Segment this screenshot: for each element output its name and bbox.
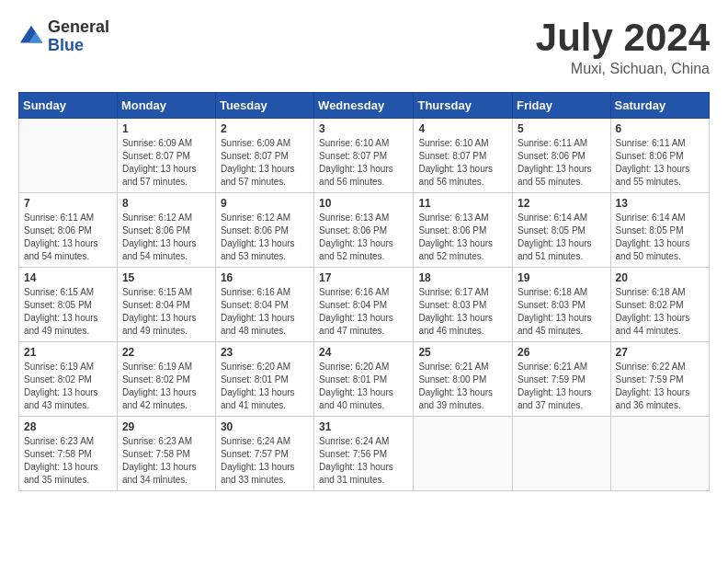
calendar-header-wednesday: Wednesday (314, 93, 414, 119)
day-info: Sunrise: 6:24 AMSunset: 7:56 PMDaylight:… (319, 435, 408, 487)
day-info: Sunrise: 6:14 AMSunset: 8:05 PMDaylight:… (616, 212, 704, 263)
calendar-cell: 23Sunrise: 6:20 AMSunset: 8:01 PMDayligh… (215, 342, 313, 417)
day-number: 22 (122, 346, 210, 359)
day-number: 9 (221, 197, 309, 210)
day-info: Sunrise: 6:23 AMSunset: 7:58 PMDaylight:… (24, 435, 112, 487)
logo-general-text: General (48, 18, 109, 37)
day-info: Sunrise: 6:20 AMSunset: 8:01 PMDaylight:… (221, 361, 309, 412)
calendar-cell: 25Sunrise: 6:21 AMSunset: 8:00 PMDayligh… (414, 342, 513, 417)
calendar-week-row: 28Sunrise: 6:23 AMSunset: 7:58 PMDayligh… (19, 417, 710, 491)
calendar-cell: 10Sunrise: 6:13 AMSunset: 8:06 PMDayligh… (314, 193, 414, 268)
calendar-cell: 1Sunrise: 6:09 AMSunset: 8:07 PMDaylight… (117, 119, 215, 193)
day-number: 15 (122, 271, 210, 284)
calendar-week-row: 7Sunrise: 6:11 AMSunset: 8:06 PMDaylight… (19, 193, 710, 268)
day-info: Sunrise: 6:11 AMSunset: 8:06 PMDaylight:… (518, 137, 606, 189)
calendar-cell: 11Sunrise: 6:13 AMSunset: 8:06 PMDayligh… (414, 193, 513, 268)
calendar-cell: 13Sunrise: 6:14 AMSunset: 8:05 PMDayligh… (610, 193, 709, 268)
day-number: 3 (319, 122, 408, 135)
day-number: 28 (24, 420, 112, 433)
day-number: 6 (616, 122, 704, 135)
calendar-cell: 22Sunrise: 6:19 AMSunset: 8:02 PMDayligh… (117, 342, 215, 417)
day-info: Sunrise: 6:19 AMSunset: 8:02 PMDaylight:… (122, 361, 210, 412)
calendar-header-saturday: Saturday (610, 93, 709, 119)
day-info: Sunrise: 6:16 AMSunset: 8:04 PMDaylight:… (221, 286, 309, 338)
month-title: July 2024 (536, 18, 710, 57)
location-text: Muxi, Sichuan, China (536, 61, 710, 77)
day-info: Sunrise: 6:21 AMSunset: 8:00 PMDaylight:… (418, 361, 507, 412)
day-number: 24 (319, 346, 408, 359)
day-info: Sunrise: 6:11 AMSunset: 8:06 PMDaylight:… (24, 212, 112, 263)
calendar-cell: 7Sunrise: 6:11 AMSunset: 8:06 PMDaylight… (19, 193, 118, 268)
calendar-cell: 15Sunrise: 6:15 AMSunset: 8:04 PMDayligh… (117, 268, 215, 342)
day-info: Sunrise: 6:13 AMSunset: 8:06 PMDaylight:… (319, 212, 408, 263)
calendar-cell (610, 417, 709, 491)
day-number: 16 (221, 271, 309, 284)
calendar-cell: 19Sunrise: 6:18 AMSunset: 8:03 PMDayligh… (513, 268, 611, 342)
day-info: Sunrise: 6:16 AMSunset: 8:04 PMDaylight:… (319, 286, 408, 338)
day-info: Sunrise: 6:12 AMSunset: 8:06 PMDaylight:… (221, 212, 309, 263)
day-info: Sunrise: 6:12 AMSunset: 8:06 PMDaylight:… (122, 212, 210, 263)
calendar-week-row: 14Sunrise: 6:15 AMSunset: 8:05 PMDayligh… (19, 268, 710, 342)
day-info: Sunrise: 6:15 AMSunset: 8:04 PMDaylight:… (122, 286, 210, 338)
calendar-cell: 28Sunrise: 6:23 AMSunset: 7:58 PMDayligh… (19, 417, 118, 491)
calendar-header-row: SundayMondayTuesdayWednesdayThursdayFrid… (19, 93, 710, 119)
calendar-cell: 4Sunrise: 6:10 AMSunset: 8:07 PMDaylight… (414, 119, 513, 193)
calendar-cell (414, 417, 513, 491)
calendar-cell: 26Sunrise: 6:21 AMSunset: 7:59 PMDayligh… (513, 342, 611, 417)
calendar-cell (19, 119, 118, 193)
day-info: Sunrise: 6:10 AMSunset: 8:07 PMDaylight:… (418, 137, 507, 189)
calendar-cell: 8Sunrise: 6:12 AMSunset: 8:06 PMDaylight… (117, 193, 215, 268)
calendar-header-sunday: Sunday (19, 93, 118, 119)
calendar-header-monday: Monday (117, 93, 215, 119)
calendar-cell: 9Sunrise: 6:12 AMSunset: 8:06 PMDaylight… (215, 193, 313, 268)
day-number: 31 (319, 420, 408, 433)
calendar-cell: 5Sunrise: 6:11 AMSunset: 8:06 PMDaylight… (513, 119, 611, 193)
day-number: 17 (319, 271, 408, 284)
day-number: 26 (518, 346, 606, 359)
calendar-cell: 2Sunrise: 6:09 AMSunset: 8:07 PMDaylight… (215, 119, 313, 193)
calendar-table: SundayMondayTuesdayWednesdayThursdayFrid… (18, 92, 710, 491)
logo-blue-text: Blue (48, 37, 109, 55)
day-number: 12 (518, 197, 606, 210)
calendar-cell: 3Sunrise: 6:10 AMSunset: 8:07 PMDaylight… (314, 119, 414, 193)
calendar-cell: 16Sunrise: 6:16 AMSunset: 8:04 PMDayligh… (215, 268, 313, 342)
logo-icon (18, 24, 44, 50)
day-number: 21 (24, 346, 112, 359)
day-number: 2 (221, 122, 309, 135)
day-number: 8 (122, 197, 210, 210)
day-number: 25 (418, 346, 507, 359)
calendar-cell: 21Sunrise: 6:19 AMSunset: 8:02 PMDayligh… (19, 342, 118, 417)
day-number: 20 (616, 271, 704, 284)
day-number: 4 (418, 122, 507, 135)
day-number: 23 (221, 346, 309, 359)
day-number: 27 (616, 346, 704, 359)
day-info: Sunrise: 6:09 AMSunset: 8:07 PMDaylight:… (221, 137, 309, 189)
day-info: Sunrise: 6:20 AMSunset: 8:01 PMDaylight:… (319, 361, 408, 412)
calendar-week-row: 21Sunrise: 6:19 AMSunset: 8:02 PMDayligh… (19, 342, 710, 417)
day-info: Sunrise: 6:22 AMSunset: 7:59 PMDaylight:… (616, 361, 704, 412)
calendar-cell: 24Sunrise: 6:20 AMSunset: 8:01 PMDayligh… (314, 342, 414, 417)
day-info: Sunrise: 6:17 AMSunset: 8:03 PMDaylight:… (418, 286, 507, 338)
day-info: Sunrise: 6:13 AMSunset: 8:06 PMDaylight:… (418, 212, 507, 263)
day-number: 11 (418, 197, 507, 210)
day-info: Sunrise: 6:14 AMSunset: 8:05 PMDaylight:… (518, 212, 606, 263)
day-info: Sunrise: 6:24 AMSunset: 7:57 PMDaylight:… (221, 435, 309, 487)
calendar-cell: 31Sunrise: 6:24 AMSunset: 7:56 PMDayligh… (314, 417, 414, 491)
day-info: Sunrise: 6:19 AMSunset: 8:02 PMDaylight:… (24, 361, 112, 412)
day-info: Sunrise: 6:18 AMSunset: 8:02 PMDaylight:… (616, 286, 704, 338)
title-area: July 2024 Muxi, Sichuan, China (536, 18, 710, 77)
day-number: 5 (518, 122, 606, 135)
calendar-week-row: 1Sunrise: 6:09 AMSunset: 8:07 PMDaylight… (19, 119, 710, 193)
day-info: Sunrise: 6:23 AMSunset: 7:58 PMDaylight:… (122, 435, 210, 487)
calendar-cell: 14Sunrise: 6:15 AMSunset: 8:05 PMDayligh… (19, 268, 118, 342)
logo-text: General Blue (48, 18, 109, 55)
calendar-header-friday: Friday (513, 93, 611, 119)
calendar-header-thursday: Thursday (414, 93, 513, 119)
calendar-cell: 17Sunrise: 6:16 AMSunset: 8:04 PMDayligh… (314, 268, 414, 342)
calendar-cell: 27Sunrise: 6:22 AMSunset: 7:59 PMDayligh… (610, 342, 709, 417)
calendar-cell (513, 417, 611, 491)
day-number: 14 (24, 271, 112, 284)
day-info: Sunrise: 6:10 AMSunset: 8:07 PMDaylight:… (319, 137, 408, 189)
day-number: 7 (24, 197, 112, 210)
day-info: Sunrise: 6:09 AMSunset: 8:07 PMDaylight:… (122, 137, 210, 189)
